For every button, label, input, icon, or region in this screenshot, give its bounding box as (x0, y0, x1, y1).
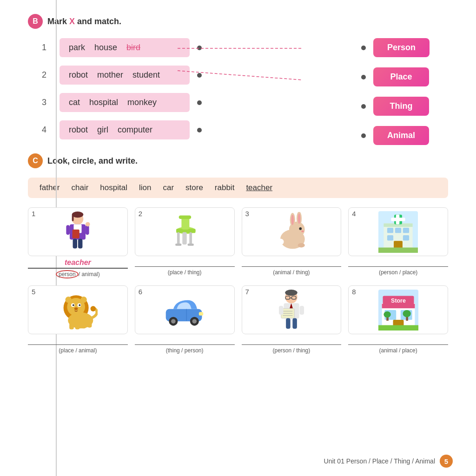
dot-thing (361, 104, 366, 109)
section-c: C Look, circle, and write. father chair … (28, 153, 448, 354)
svg-point-28 (299, 227, 302, 230)
cell-label-2: (place / thing) (135, 258, 235, 276)
label-thing[interactable]: Thing (373, 97, 429, 116)
word-box-4: robot girl computer (60, 120, 190, 139)
blank-line-3 (242, 258, 342, 267)
svg-rect-19 (175, 244, 181, 246)
word-bird: bird (126, 43, 140, 53)
svg-rect-7 (73, 229, 79, 238)
label-place[interactable]: Place (373, 67, 429, 86)
word-box-3: cat hospital monkey (60, 93, 190, 112)
image-cell-1: 1 (28, 207, 128, 278)
category-7: (person / thing) (273, 347, 311, 354)
image-box-3 (242, 207, 342, 256)
word-park: park (69, 43, 85, 53)
image-cell-4: 4 (348, 207, 448, 278)
cell-num-5: 5 (32, 288, 35, 296)
image-cell-6: 6 (135, 285, 235, 354)
image-cell-8: 8 Store (348, 285, 448, 354)
row-number-4: 4 (42, 125, 56, 135)
word-cat: cat (69, 98, 80, 107)
wb-lion: lion (139, 183, 151, 192)
image-grid-bottom: 5 (28, 285, 448, 354)
svg-rect-90 (378, 325, 418, 330)
svg-rect-78 (279, 306, 283, 315)
svg-point-68 (285, 289, 298, 295)
match-right-col: Person Place Thing Animal (361, 38, 430, 145)
dot-place (361, 75, 366, 79)
word-robot-4: robot (69, 125, 88, 135)
svg-point-10 (86, 222, 90, 226)
cell-label-1: teacher person/ animal) (28, 258, 128, 278)
man-icon (275, 289, 308, 331)
footer-text: Unit 01 Person / Place / Thing / Animal (324, 457, 435, 465)
cell-label-6: (thing / person) (135, 337, 235, 354)
hospital-icon (378, 211, 418, 253)
wb-hospital: hospital (100, 183, 127, 192)
blank-line-2 (135, 258, 235, 267)
cell-label-4: (person / place) (348, 258, 448, 276)
blank-line-6 (135, 337, 235, 345)
blank-line-8 (348, 337, 448, 345)
word-hospital: hospital (89, 98, 118, 107)
word-mother: mother (97, 70, 123, 80)
image-cell-2: 2 (135, 207, 235, 278)
lion-icon (58, 290, 98, 331)
category-6: (thing / person) (166, 347, 204, 354)
row-number-1: 1 (42, 43, 56, 53)
svg-point-48 (65, 297, 72, 303)
category-5: (place / animal) (59, 347, 97, 354)
svg-rect-12 (78, 238, 82, 248)
word-computer: computer (118, 125, 152, 135)
cell-num-3: 3 (245, 210, 249, 218)
section-b-header: B Mark X and match. (28, 14, 448, 29)
svg-rect-37 (396, 214, 400, 224)
section-b-title: Mark X and match. (47, 17, 121, 26)
category-4: (person / place) (379, 269, 417, 276)
label-person[interactable]: Person (373, 38, 430, 57)
dot-person (361, 46, 366, 50)
store-icon: Store (378, 290, 419, 331)
category-8: (animal / place) (379, 347, 417, 354)
svg-rect-56 (75, 323, 80, 330)
svg-rect-44 (378, 247, 418, 252)
svg-point-52 (73, 304, 74, 306)
image-grid-top: 1 (28, 207, 448, 278)
svg-rect-20 (188, 244, 194, 246)
cell-label-7: (person / thing) (242, 337, 342, 354)
svg-point-25 (291, 215, 294, 225)
cell-num-6: 6 (139, 288, 142, 296)
cell-label-3: (animal / thing) (242, 258, 342, 276)
label-animal[interactable]: Animal (373, 126, 429, 145)
image-box-2 (135, 207, 235, 256)
svg-point-54 (74, 307, 78, 310)
circled-person: person (56, 270, 79, 278)
word-monkey: monkey (127, 98, 157, 107)
image-box-5 (28, 285, 128, 334)
svg-rect-40 (403, 228, 409, 233)
word-girl: girl (97, 125, 108, 135)
svg-rect-65 (199, 312, 203, 316)
svg-point-29 (301, 231, 304, 232)
category-1: person/ animal) (56, 271, 100, 278)
dot-1 (197, 46, 202, 50)
teacher-icon (59, 211, 96, 253)
cell-num-8: 8 (352, 288, 356, 296)
svg-rect-4 (72, 214, 74, 221)
svg-point-53 (79, 304, 80, 306)
cell-num-1: 1 (32, 210, 35, 218)
image-box-1 (28, 207, 128, 256)
svg-rect-42 (403, 235, 409, 240)
image-cell-3: 3 (242, 207, 342, 278)
svg-rect-9 (66, 225, 70, 235)
wb-rabbit: rabbit (215, 183, 235, 192)
x-mark: X (69, 17, 75, 26)
svg-rect-8 (86, 225, 89, 235)
blank-line-7 (242, 337, 342, 345)
svg-point-62 (171, 319, 175, 323)
svg-rect-16 (179, 216, 191, 219)
wb-car: car (163, 183, 174, 192)
svg-rect-79 (299, 306, 304, 315)
dot-animal (361, 133, 366, 138)
svg-point-59 (90, 306, 96, 311)
